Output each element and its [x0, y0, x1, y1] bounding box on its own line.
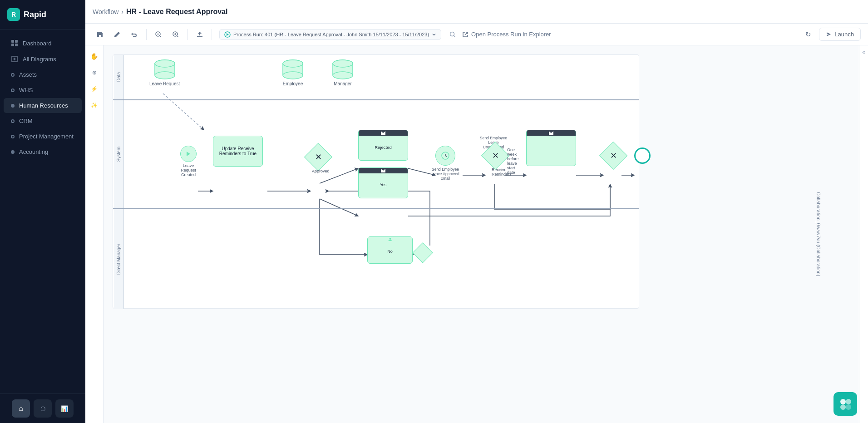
sidebar-label-dashboard: Dashboard: [23, 40, 52, 47]
update-receive-reminders-box[interactable]: Update Receive Reminders to True: [213, 136, 263, 167]
approved-gateway[interactable]: ✕ Approved: [308, 147, 328, 167]
sidebar-label-all-diagrams: All Diagrams: [23, 56, 56, 63]
send-approved-email-label: Rejected: [374, 144, 393, 151]
timer-node[interactable]: Send Employee Leave Approved Email: [435, 146, 464, 181]
breadcrumb: Workflow › HR - Leave Request Approval: [93, 8, 227, 16]
envelope-icon-2: [549, 131, 553, 135]
sidebar-item-whs[interactable]: WHS: [4, 83, 82, 98]
undo-button[interactable]: [127, 27, 142, 42]
breadcrumb-parent[interactable]: Workflow: [93, 8, 118, 15]
sidebar-item-all-diagrams[interactable]: All Diagrams: [4, 51, 82, 67]
bottom-right-widget[interactable]: [833, 392, 857, 416]
svg-rect-2: [11, 44, 14, 46]
launch-button[interactable]: Launch: [819, 28, 861, 41]
pan-tool[interactable]: ✋: [87, 49, 102, 64]
logo-icon: R: [7, 8, 20, 21]
send-unapproved-node[interactable]: Yes: [358, 167, 408, 198]
envelope-icon: [381, 131, 385, 135]
svg-rect-1: [15, 40, 18, 43]
send-unapproved-box[interactable]: Yes: [358, 167, 408, 198]
end-gateway[interactable]: ✕: [603, 146, 623, 166]
sidebar-item-project-management[interactable]: Project Management: [4, 129, 82, 144]
svg-point-29: [283, 72, 303, 79]
open-explorer-label: Open Process Run in Explorer: [471, 31, 551, 38]
zoom-out-button[interactable]: [151, 27, 166, 42]
send-approved-email-node[interactable]: Rejected: [358, 130, 408, 161]
approve-reject-box[interactable]: No: [367, 236, 413, 264]
assets-icon: [11, 73, 15, 77]
approve-reject-node[interactable]: No: [367, 236, 413, 264]
breadcrumb-separator: ›: [121, 8, 123, 15]
svg-point-41: [846, 399, 851, 404]
toolbar-divider-3: [212, 29, 212, 40]
connection-tool[interactable]: ⚡: [87, 82, 102, 96]
start-event-node[interactable]: Leave Request Created: [180, 146, 202, 177]
update-receive-reminders-node[interactable]: Update Receive Reminders to True: [213, 136, 263, 167]
end-event-node[interactable]: [634, 148, 651, 164]
search-icon: [449, 31, 456, 38]
sidebar-item-human-resources[interactable]: Human Resources: [4, 98, 82, 113]
sidebar-item-accounting[interactable]: Accounting: [4, 144, 82, 159]
svg-point-24: [155, 60, 175, 67]
manager-label: Manager: [334, 81, 351, 86]
approval-result-gateway[interactable]: [415, 246, 430, 260]
lane-direct-manager: Direct Manager No: [113, 209, 639, 309]
sidebar-item-dashboard[interactable]: Dashboard: [4, 35, 82, 51]
user-icon: [388, 238, 392, 241]
email-manager-box[interactable]: [526, 130, 576, 166]
send-approved-box[interactable]: Rejected: [358, 130, 408, 161]
whs-icon: [11, 89, 15, 92]
clock-icon: [441, 151, 450, 160]
email-manager-node[interactable]: [526, 130, 576, 166]
manager-db-icon: [331, 59, 355, 79]
accounting-icon: [11, 150, 15, 154]
zoom-in-button[interactable]: [168, 27, 183, 42]
employee-node[interactable]: Employee: [281, 59, 305, 86]
sidebar-label-project-management: Project Management: [19, 133, 74, 140]
manager-node[interactable]: Manager: [331, 59, 355, 86]
select-tool[interactable]: ⊕: [87, 65, 102, 80]
upload-button[interactable]: [192, 27, 207, 42]
envelope-icon-3: [381, 169, 385, 172]
home-button[interactable]: ⌂: [12, 399, 30, 418]
toolbar-right: ↻ Launch: [801, 27, 861, 42]
lane-system-label: System: [114, 100, 124, 208]
external-link-icon: [462, 31, 469, 38]
toolbar-divider-1: [146, 29, 147, 40]
sidebar-label-assets: Assets: [19, 71, 37, 78]
magic-tool[interactable]: ✨: [87, 98, 102, 113]
send-unapproved-label: Yes: [379, 182, 388, 188]
lane-system: System Leave Request Created Update Rece…: [113, 100, 639, 209]
sidebar-label-accounting: Accounting: [19, 148, 48, 155]
sidebar-label-human-resources: Human Resources: [19, 102, 68, 109]
sidebar-nav: Dashboard All Diagrams Assets WHS Human …: [0, 30, 85, 393]
page-title: HR - Leave Request Approval: [126, 8, 227, 16]
leave-request-node[interactable]: Leave Request: [149, 59, 180, 86]
svg-point-35: [333, 72, 353, 79]
left-tools: ✋ ⊕ ⚡ ✨: [85, 45, 104, 423]
refresh-button[interactable]: ↻: [801, 27, 815, 42]
sidebar-item-crm[interactable]: CRM: [4, 113, 82, 128]
diagram-canvas[interactable]: Data Leave Request: [104, 45, 859, 423]
svg-marker-37: [187, 152, 190, 156]
process-run-badge[interactable]: Process Run: 401 (HR - Leave Request App…: [219, 29, 441, 40]
sidebar-label-crm: CRM: [19, 118, 33, 124]
timer-label: Send Employee Leave Approved Email: [427, 167, 464, 181]
nodes-button[interactable]: ⬡: [34, 399, 52, 418]
leave-request-created-label: Leave Request Created: [175, 163, 202, 177]
sidebar-item-assets[interactable]: Assets: [4, 67, 82, 82]
diagram-container: Data Leave Request: [113, 54, 639, 309]
svg-point-39: [389, 238, 391, 240]
save-button[interactable]: [93, 27, 107, 42]
chevron-down-icon: [432, 32, 436, 37]
edit-button[interactable]: [110, 27, 124, 42]
pm-icon: [11, 135, 15, 138]
sidebar-label-whs: WHS: [19, 87, 33, 93]
right-panel-toggle[interactable]: «: [859, 45, 868, 423]
app-name: Rapid: [24, 10, 46, 20]
end-circle: [634, 148, 651, 164]
chart-button[interactable]: 📊: [55, 399, 74, 418]
no-label: Receive Reminders: [492, 167, 512, 177]
open-explorer-button[interactable]: Open Process Run in Explorer: [459, 29, 555, 39]
week-gateway[interactable]: ✕ One week before leave start date Recei…: [485, 146, 505, 166]
